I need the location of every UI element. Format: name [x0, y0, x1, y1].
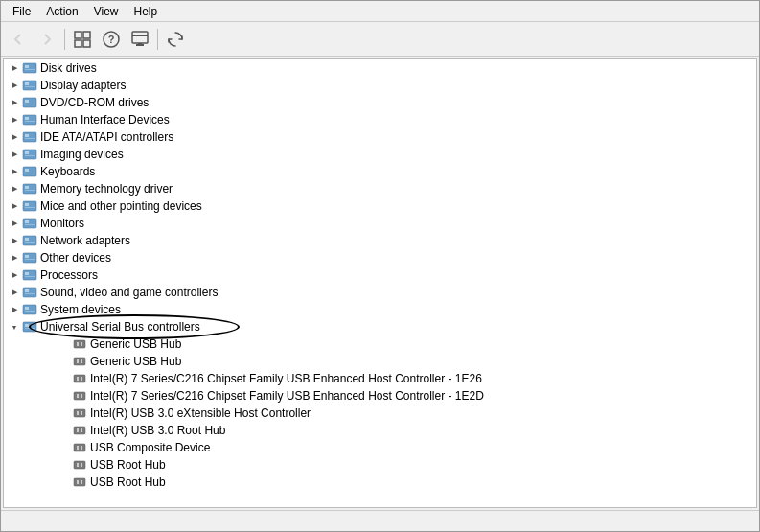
tree-item-intel-usb-1e2d[interactable]: Intel(R) 7 Series/C216 Chipset Family US… [4, 387, 756, 405]
device-icon-generic-usb-hub-2 [72, 354, 87, 369]
svg-rect-78 [81, 446, 82, 450]
tree-item-intel-usb-1e26[interactable]: Intel(R) 7 Series/C216 Chipset Family US… [4, 370, 756, 387]
svg-rect-67 [74, 392, 85, 400]
svg-rect-38 [25, 220, 29, 223]
expand-btn-mice[interactable] [8, 199, 21, 213]
tree-item-intel-usb3-host[interactable]: Intel(R) USB 3.0 eXtensible Host Control… [4, 405, 756, 422]
usb-circle-wrapper: Universal Serial Bus controllers [40, 320, 200, 334]
svg-text:?: ? [108, 34, 115, 45]
tree-item-monitors[interactable]: Monitors [4, 215, 756, 232]
main-area: Disk drives Display adapters DVD/CD-ROM … [1, 57, 759, 510]
svg-rect-36 [25, 207, 35, 208]
svg-rect-50 [25, 289, 29, 292]
expand-btn-disk-drives[interactable] [8, 61, 21, 75]
tree-item-usb-root-hub-2[interactable]: USB Root Hub [4, 474, 756, 491]
expand-btn-system-devices[interactable] [8, 303, 21, 316]
expand-btn-other-devices[interactable] [8, 251, 21, 265]
expand-btn-keyboards[interactable] [8, 165, 21, 178]
device-icon-intel-usb-1e26 [72, 371, 87, 386]
svg-rect-21 [25, 121, 35, 122]
refresh-button[interactable] [162, 26, 189, 53]
tree-item-label-generic-usb-hub-1: Generic USB Hub [90, 337, 181, 351]
expand-btn-memory-tech[interactable] [8, 182, 21, 196]
tree-item-other-devices[interactable]: Other devices [4, 249, 756, 266]
tree-item-ide-atapi[interactable]: IDE ATA/ATAPI controllers [4, 128, 756, 146]
svg-rect-64 [74, 375, 85, 382]
tree-item-generic-usb-hub-2[interactable]: Generic USB Hub [4, 353, 756, 370]
tree-item-sound-video[interactable]: Sound, video and game controllers [4, 284, 756, 301]
device-icon-intel-usb3-root [72, 423, 87, 438]
svg-rect-3 [83, 40, 90, 47]
svg-rect-76 [74, 444, 85, 451]
tree-item-usb-controllers[interactable]: Universal Serial Bus controllers [4, 318, 756, 335]
expand-btn-sound-video[interactable] [8, 286, 21, 299]
svg-rect-60 [81, 342, 82, 346]
expand-btn-monitors[interactable] [8, 217, 21, 230]
tree-item-label-ide-atapi: IDE ATA/ATAPI controllers [40, 130, 173, 144]
tree-item-label-memory-tech: Memory technology driver [40, 182, 173, 196]
device-icon-usb-controllers [22, 319, 37, 335]
svg-rect-70 [74, 409, 85, 417]
svg-rect-81 [81, 463, 82, 467]
expand-btn-human-interface[interactable] [8, 113, 21, 127]
svg-rect-47 [25, 272, 29, 275]
svg-rect-75 [81, 428, 82, 432]
menubar: File Action View Help [1, 1, 759, 22]
svg-rect-68 [77, 394, 79, 398]
tree-item-memory-tech[interactable]: Memory technology driver [4, 180, 756, 197]
tree-item-label-intel-usb-1e2d: Intel(R) 7 Series/C216 Chipset Family US… [90, 389, 484, 403]
svg-rect-79 [74, 461, 85, 469]
device-manager-window: File Action View Help ? [0, 0, 760, 532]
tree-item-keyboards[interactable]: Keyboards [4, 163, 756, 180]
expand-btn-display-adapters[interactable] [8, 79, 21, 92]
svg-rect-53 [25, 307, 29, 310]
back-button[interactable] [5, 26, 32, 53]
tree-item-processors[interactable]: Processors [4, 266, 756, 284]
device-icon-monitors [22, 216, 37, 231]
tree-item-mice[interactable]: Mice and other pointing devices [4, 197, 756, 215]
show-hide-button[interactable] [69, 26, 96, 53]
tree-item-network-adapters[interactable]: Network adapters [4, 232, 756, 249]
svg-rect-44 [25, 255, 29, 258]
expand-btn-dvd-cdrom[interactable] [8, 96, 21, 109]
device-icon-imaging [22, 147, 37, 162]
tree-item-usb-root-hub-1[interactable]: USB Root Hub [4, 456, 756, 474]
tree-item-display-adapters[interactable]: Display adapters [4, 77, 756, 94]
forward-button[interactable] [34, 26, 60, 53]
tree-item-generic-usb-hub-1[interactable]: Generic USB Hub [4, 335, 756, 353]
properties-button[interactable]: ? [98, 26, 125, 53]
expand-btn-usb-controllers[interactable] [8, 320, 21, 334]
tree-item-imaging[interactable]: Imaging devices [4, 146, 756, 163]
tree-item-human-interface[interactable]: Human Interface Devices [4, 111, 756, 128]
tree-item-usb-composite[interactable]: USB Composite Device [4, 439, 756, 456]
tree-item-disk-drives[interactable]: Disk drives [4, 59, 756, 77]
svg-rect-77 [77, 446, 79, 450]
tree-item-label-intel-usb3-root: Intel(R) USB 3.0 Root Hub [90, 424, 225, 437]
svg-rect-33 [25, 190, 35, 191]
menu-file[interactable]: File [5, 3, 38, 20]
expand-btn-ide-atapi[interactable] [8, 130, 21, 144]
tree-item-system-devices[interactable]: System devices [4, 301, 756, 318]
tree-panel[interactable]: Disk drives Display adapters DVD/CD-ROM … [3, 58, 757, 508]
svg-rect-54 [25, 311, 35, 312]
expand-btn-network-adapters[interactable] [8, 234, 21, 247]
device-icon-usb-root-hub-2 [72, 474, 87, 490]
update-button[interactable] [127, 26, 153, 53]
svg-rect-83 [77, 480, 79, 484]
menu-action[interactable]: Action [38, 3, 85, 20]
tree-item-dvd-cdrom[interactable]: DVD/CD-ROM drives [4, 94, 756, 111]
device-icon-intel-usb-1e2d [72, 388, 87, 404]
menu-view[interactable]: View [86, 3, 127, 20]
statusbar [1, 510, 759, 531]
svg-rect-48 [25, 276, 35, 277]
tree-item-label-imaging: Imaging devices [40, 148, 124, 161]
svg-rect-73 [74, 427, 85, 434]
tree-item-label-usb-composite: USB Composite Device [90, 441, 210, 454]
svg-rect-59 [77, 342, 79, 346]
tree-item-intel-usb3-root[interactable]: Intel(R) USB 3.0 Root Hub [4, 422, 756, 439]
tree-item-label-keyboards: Keyboards [40, 165, 95, 178]
expand-btn-imaging[interactable] [8, 148, 21, 161]
toolbar-separator-1 [64, 29, 65, 50]
expand-btn-processors[interactable] [8, 268, 21, 282]
menu-help[interactable]: Help [127, 3, 166, 20]
